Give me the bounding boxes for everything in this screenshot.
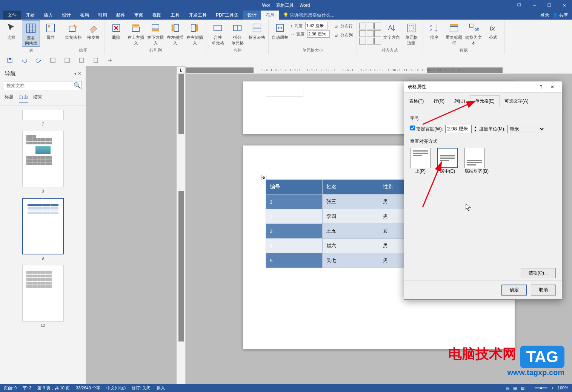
align-tl[interactable] — [359, 23, 366, 29]
width-value-input[interactable] — [445, 125, 472, 133]
tab-references[interactable]: 引用 — [94, 11, 112, 20]
autofit-button[interactable]: 自动调整 — [271, 20, 289, 40]
tab-table-design[interactable]: 设计 — [243, 11, 261, 20]
save-button[interactable] — [6, 57, 14, 64]
search-icon[interactable]: 🔍 — [74, 82, 81, 89]
page-thumbnails[interactable]: 7 ██████████████████████████████████████… — [0, 106, 86, 384]
zoom-in[interactable]: + — [551, 386, 554, 390]
status-page-of[interactable]: 第 9 页，共 10 页 — [37, 385, 70, 391]
tab-review[interactable]: 审阅 — [130, 11, 148, 20]
view-gridlines-button[interactable]: 查看 网格线 — [22, 20, 40, 47]
th-name[interactable]: 姓名 — [322, 180, 379, 194]
status-page[interactable]: 页面: 9 — [4, 385, 17, 391]
nav-tab-headings[interactable]: 标题 — [5, 94, 14, 103]
view-read-icon[interactable]: ▤ — [506, 386, 509, 390]
nav-close-button[interactable]: ▾ ✕ — [74, 71, 81, 76]
qat-btn-8[interactable] — [106, 57, 114, 64]
login-button[interactable]: 登录 — [540, 12, 549, 18]
formula-button[interactable]: fx公式 — [484, 20, 502, 40]
cancel-button[interactable]: 取消 — [531, 285, 556, 296]
merge-cells-button[interactable]: 合并 单元格 — [209, 20, 227, 46]
tab-developer[interactable]: 开发工具 — [184, 11, 211, 20]
thumb-10[interactable]: ████████████████████████████████████████… — [22, 265, 64, 328]
maximize-button[interactable] — [542, 0, 557, 11]
draw-table-button[interactable]: 绘制表格 — [65, 20, 83, 40]
zoom-slider[interactable]: ━━●━━ — [535, 386, 548, 390]
status-insert[interactable]: 插入 — [157, 385, 165, 391]
convert-to-text-button[interactable]: ab转换为文本 — [464, 20, 483, 46]
tab-design[interactable]: 设计 — [57, 11, 75, 20]
eraser-button[interactable]: 橡皮擦 — [84, 20, 102, 40]
insert-left-button[interactable]: 在左侧插入 — [166, 20, 184, 46]
align-mr[interactable] — [374, 30, 381, 37]
sort-button[interactable]: AZ排序 — [425, 20, 443, 40]
thumb-9[interactable]: 9 — [22, 198, 64, 260]
dtab-column[interactable]: 列(U) — [449, 95, 470, 107]
view-web-icon[interactable]: ▧ — [521, 386, 524, 390]
dtab-table[interactable]: 表格(T) — [404, 95, 429, 107]
horizontal-ruler[interactable]: 1 · 4 · 1 · 3 · 1 · 2 · 1 · 1 · 1 · 1 · … — [186, 66, 572, 74]
thumb-7[interactable]: 7 — [22, 110, 64, 126]
status-track[interactable]: 修订: 关闭 — [132, 385, 151, 391]
close-button[interactable] — [557, 0, 572, 11]
vertical-ruler[interactable] — [177, 74, 186, 384]
align-bc[interactable] — [367, 38, 374, 44]
split-table-button[interactable]: 拆分表格 — [248, 20, 266, 40]
width-spin-up[interactable]: ▲ — [474, 126, 477, 129]
table-move-handle[interactable]: ✥ — [261, 175, 266, 180]
thumb-8[interactable]: ████████████████████████████████████████… — [22, 131, 64, 193]
insert-right-button[interactable]: 在右侧插入 — [186, 20, 204, 46]
share-button[interactable]: 👤 共享 — [552, 12, 568, 18]
specify-width-checkbox[interactable]: 指定宽度(W): — [410, 126, 443, 132]
align-mc[interactable] — [367, 30, 374, 37]
align-bl[interactable] — [359, 38, 366, 44]
align-center-option[interactable]: 居中(C) — [437, 148, 458, 175]
status-words[interactable]: 33/2649 个字 — [76, 385, 100, 391]
th-id[interactable]: 编号 — [266, 180, 323, 194]
distribute-rows-button[interactable]: ⊞分布行 — [331, 22, 354, 30]
dialog-help-button[interactable]: ? — [535, 84, 547, 90]
align-bottom-option[interactable]: 底端对齐(B) — [464, 148, 489, 175]
nav-tab-pages[interactable]: 页面 — [19, 94, 28, 103]
redo-button[interactable] — [35, 57, 42, 64]
tab-file[interactable]: 文件 — [3, 11, 21, 20]
minimize-button[interactable] — [527, 0, 542, 11]
distribute-cols-button[interactable]: ⊞分布列 — [331, 31, 354, 39]
nav-search-input[interactable] — [4, 81, 82, 90]
ruler-corner[interactable]: L — [177, 66, 186, 74]
width-input[interactable] — [307, 30, 330, 38]
align-top-option[interactable]: 上(P) — [410, 148, 431, 175]
tab-tools[interactable]: 工具 — [166, 11, 184, 20]
align-tc[interactable] — [367, 23, 374, 29]
properties-button[interactable]: 属性 — [42, 20, 60, 40]
qat-btn-4[interactable] — [49, 57, 57, 64]
zoom-out[interactable]: − — [528, 386, 530, 390]
status-lang[interactable]: 中文(中国) — [106, 385, 126, 391]
split-cells-button[interactable]: 拆分 单元格 — [228, 20, 246, 46]
undo-button[interactable] — [20, 57, 28, 64]
tab-layout[interactable]: 布局 — [75, 11, 94, 20]
ok-button[interactable]: 确定 — [501, 285, 527, 296]
select-button[interactable]: 选择 — [2, 20, 20, 40]
delete-button[interactable]: 删除 — [107, 20, 125, 40]
dtab-cell[interactable]: 单元格(E) — [470, 95, 500, 107]
insert-above-button[interactable]: 在上方插入 — [127, 20, 145, 46]
tab-pdf[interactable]: PDF工具集 — [211, 11, 243, 20]
qat-btn-5[interactable] — [63, 57, 71, 64]
tab-view[interactable]: 视图 — [148, 11, 166, 20]
view-print-icon[interactable]: ▦ — [513, 386, 517, 390]
text-direction-button[interactable]: A文字方向 — [383, 20, 401, 40]
dialog-close-button[interactable]: ✕ — [547, 84, 558, 90]
dtab-alt[interactable]: 可选文字(A) — [500, 95, 534, 107]
align-tr[interactable] — [374, 23, 381, 29]
unit-select[interactable]: 厘米 — [507, 125, 545, 133]
qat-btn-6[interactable] — [78, 57, 85, 64]
tab-table-layout[interactable]: 布局 — [261, 11, 279, 20]
zoom-value[interactable]: 100% — [558, 386, 568, 390]
options-button[interactable]: 选项(O)... — [521, 268, 556, 278]
tell-me-input[interactable]: 💡 告诉我您想要做什么... — [283, 12, 334, 18]
cell-margins-button[interactable]: 单元格 边距 — [402, 20, 420, 46]
nav-tab-results[interactable]: 结果 — [33, 94, 42, 103]
tab-mailings[interactable]: 邮件 — [112, 11, 130, 20]
ribbon-options-icon[interactable] — [512, 0, 527, 11]
